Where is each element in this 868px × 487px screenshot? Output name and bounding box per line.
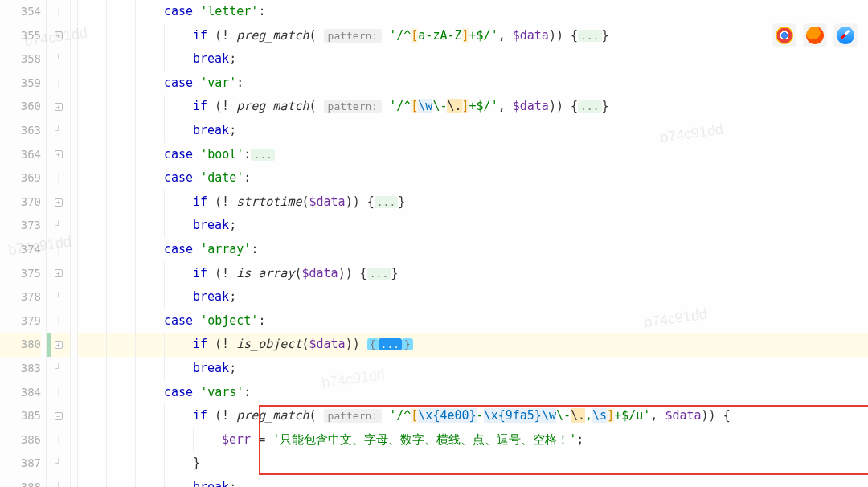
code-line[interactable]: case 'array': xyxy=(77,238,868,262)
safari-icon[interactable] xyxy=(834,24,857,47)
folded-region[interactable]: { xyxy=(367,338,379,350)
folded-region[interactable]: ... xyxy=(367,268,391,280)
code-token: '/^ xyxy=(389,28,411,43)
code-line[interactable]: case 'vars': xyxy=(77,381,868,405)
code-token: )) { xyxy=(549,28,578,43)
code-token: if xyxy=(193,194,215,209)
code-editor[interactable]: 3543553583593603633643693703733743753783… xyxy=(0,0,868,487)
code-token: } xyxy=(602,28,609,43)
code-token: : xyxy=(244,385,251,399)
code-line[interactable]: case 'var': xyxy=(77,72,868,96)
code-token: ( xyxy=(301,194,309,209)
code-line[interactable]: break; xyxy=(77,119,868,143)
code-line[interactable]: case 'object': xyxy=(77,309,868,334)
code-line[interactable]: } xyxy=(77,452,868,476)
code-token: , xyxy=(498,28,513,43)
caret-line-stripe xyxy=(47,333,51,357)
code-token: case xyxy=(164,242,200,256)
code-line[interactable]: case 'letter': xyxy=(77,0,868,24)
line-number[interactable]: 380 xyxy=(0,333,41,357)
code-token: ( xyxy=(309,99,324,113)
folded-region[interactable]: ... xyxy=(379,338,402,350)
code-token: break xyxy=(193,289,229,304)
code-line[interactable]: break; xyxy=(77,214,868,238)
code-token: '/^ xyxy=(389,408,411,423)
line-number[interactable]: 388 xyxy=(0,476,41,487)
chrome-icon[interactable] xyxy=(773,24,796,47)
firefox-icon[interactable] xyxy=(804,24,826,47)
code-token: +$/' xyxy=(469,28,498,43)
code-line[interactable]: break; xyxy=(77,476,868,487)
folded-region[interactable]: } xyxy=(402,338,413,350)
code-line[interactable]: $err = '只能包含中文、字母、数字、横线、点、逗号、空格！'; xyxy=(77,428,868,452)
line-number[interactable]: 387 xyxy=(0,452,41,476)
line-number[interactable]: 386 xyxy=(0,428,41,452)
code-token: \- xyxy=(556,408,571,423)
code-token: \w xyxy=(542,408,556,423)
code-line[interactable]: if (! preg_match( pattern: '/^[\w\-\.]+$… xyxy=(77,95,868,119)
code-token: case xyxy=(164,147,200,162)
code-line[interactable]: if (! is_object($data)) {...} xyxy=(77,333,868,357)
line-number-gutter[interactable]: 3543553583593603633643693703733743753783… xyxy=(0,0,47,487)
line-number[interactable]: 360 xyxy=(0,95,41,119)
code-token: )) xyxy=(346,337,367,351)
line-number[interactable]: 369 xyxy=(0,166,41,190)
line-number[interactable]: 354 xyxy=(0,0,41,24)
code-token: (! xyxy=(215,337,236,351)
code-token: [ xyxy=(411,99,418,113)
code-line[interactable]: break; xyxy=(77,47,868,72)
code-token: ; xyxy=(229,123,236,137)
code-token: (! xyxy=(215,194,236,209)
line-number[interactable]: 370 xyxy=(0,190,41,215)
line-number[interactable]: 355 xyxy=(0,24,41,48)
code-token xyxy=(382,28,389,43)
line-number[interactable]: 373 xyxy=(0,214,41,238)
code-line[interactable]: if (! preg_match( pattern: '/^[\x{4e00}-… xyxy=(77,404,868,428)
code-token: $data xyxy=(513,99,549,113)
line-number[interactable]: 359 xyxy=(0,72,41,96)
code-token: : xyxy=(236,76,244,90)
line-number[interactable]: 383 xyxy=(0,357,41,381)
code-line[interactable]: if (! is_array($data)) {...} xyxy=(77,262,868,286)
fold-gutter[interactable]: │+┘│+┘+│+┘│+┘│+┘│−│┘┘ xyxy=(47,0,71,487)
code-area[interactable]: case 'letter':if (! preg_match( pattern:… xyxy=(71,0,868,487)
code-token: break xyxy=(193,51,229,66)
code-token: if xyxy=(193,266,215,280)
code-token: : xyxy=(258,313,265,328)
line-number[interactable]: 384 xyxy=(0,381,41,405)
line-number[interactable]: 358 xyxy=(0,47,41,72)
line-number[interactable]: 375 xyxy=(0,262,41,286)
code-token: ; xyxy=(229,480,236,487)
code-token: case xyxy=(164,313,200,328)
code-line[interactable]: case 'bool':... xyxy=(77,143,868,167)
code-token: \x{4e00} xyxy=(418,408,476,423)
code-token: is_array xyxy=(236,266,294,280)
line-number[interactable]: 385 xyxy=(0,404,41,428)
code-token: $data xyxy=(513,28,549,43)
line-number[interactable]: 364 xyxy=(0,143,41,167)
code-line[interactable]: break; xyxy=(77,357,868,381)
code-token: ; xyxy=(229,218,236,232)
folded-region[interactable]: ... xyxy=(251,149,274,161)
code-token: , xyxy=(585,408,592,423)
code-token: $err xyxy=(222,432,251,447)
parameter-hint: pattern: xyxy=(324,100,383,113)
line-number[interactable]: 379 xyxy=(0,309,41,334)
folded-region[interactable]: ... xyxy=(578,100,601,113)
code-token: \. xyxy=(571,408,585,423)
code-line[interactable]: if (! strtotime($data)) {...} xyxy=(77,190,868,215)
folded-region[interactable]: ... xyxy=(375,196,398,208)
line-number[interactable]: 363 xyxy=(0,119,41,143)
code-token: = xyxy=(251,432,272,447)
code-token xyxy=(382,408,389,423)
code-token: ( xyxy=(301,337,309,351)
code-token: \s xyxy=(592,408,607,423)
code-token: \x{9fa5} xyxy=(484,408,542,423)
code-token: if xyxy=(193,337,215,351)
code-line[interactable]: break; xyxy=(77,285,868,309)
line-number[interactable]: 378 xyxy=(0,285,41,309)
code-line[interactable]: if (! preg_match( pattern: '/^[a-zA-Z]+$… xyxy=(77,24,868,48)
folded-region[interactable]: ... xyxy=(578,30,601,42)
code-line[interactable]: case 'date': xyxy=(77,166,868,190)
line-number[interactable]: 374 xyxy=(0,238,41,262)
